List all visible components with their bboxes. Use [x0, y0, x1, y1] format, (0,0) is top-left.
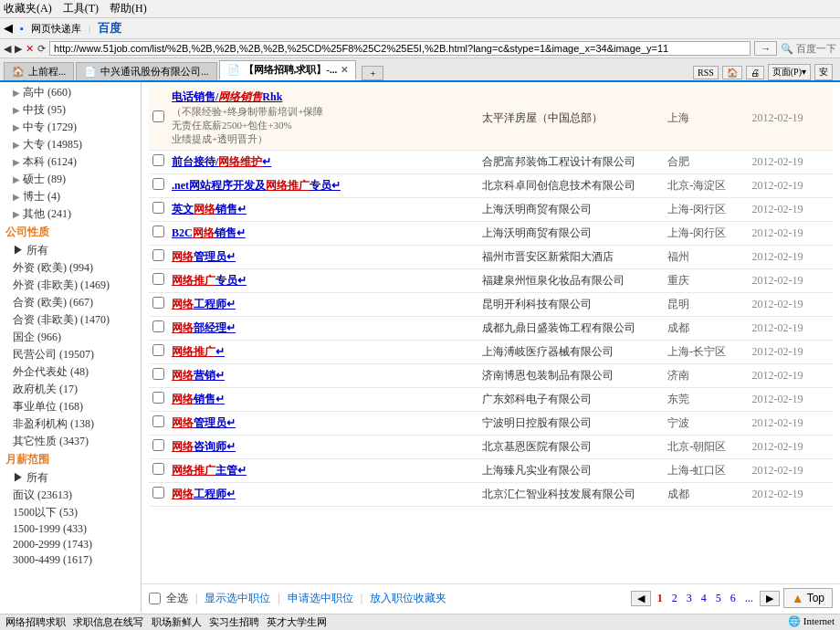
sidebar-item-highschool[interactable]: ▶ 高中 (660) — [0, 84, 141, 101]
job-checkbox-14[interactable] — [152, 463, 164, 475]
job-title-link-7[interactable]: 网络工程师↵ — [172, 298, 236, 310]
tab-jobs[interactable]: 📄 【网络招聘,求职】-... ✕ — [219, 60, 357, 80]
page-number-more[interactable]: ... — [742, 592, 756, 605]
apply-selected-link[interactable]: 申请选中职位 — [288, 591, 353, 606]
safety-menu[interactable]: 安 — [814, 64, 833, 80]
job-title-link-13[interactable]: 网络咨询师↵ — [172, 440, 236, 453]
job-title-link-3[interactable]: 英文网络销售↵ — [172, 203, 247, 215]
job-title-link-2[interactable]: .net网站程序开发及网络推广专员↵ — [172, 179, 341, 192]
job-checkbox-11[interactable] — [152, 392, 164, 404]
job-title-link-12[interactable]: 网络管理员↵ — [172, 416, 236, 429]
top-button[interactable]: ▲ Top — [783, 588, 833, 608]
page-number-3[interactable]: 3 — [684, 592, 695, 605]
job-title-link-5[interactable]: 网络管理员↵ — [172, 250, 236, 263]
sidebar-item-boshi[interactable]: ▶ 博士 (4) — [0, 188, 141, 205]
page-menu[interactable]: 页面(P)▾ — [768, 64, 811, 80]
tab-zhongxing[interactable]: 📄 中兴通讯股份有限公司... — [76, 62, 216, 80]
job-title-link-1[interactable]: 前台接待/网络维护↵ — [172, 155, 271, 168]
sidebar-salary-all[interactable]: ▶ 所有 — [0, 469, 141, 487]
sidebar-gov[interactable]: 政府机关 (17) — [0, 381, 141, 398]
sidebar-foreign-us[interactable]: 外资 (欧美) (994) — [0, 259, 141, 277]
job-title-7: 网络工程师↵ — [168, 293, 478, 317]
select-all-checkbox[interactable] — [149, 593, 161, 604]
job-checkbox-9[interactable] — [152, 344, 164, 356]
menu-item-help[interactable]: 帮助(H) — [110, 1, 147, 16]
new-tab-btn[interactable]: + — [362, 66, 383, 80]
sidebar-public[interactable]: 事业单位 (168) — [0, 398, 141, 415]
sidebar-item-dazhuan[interactable]: ▶ 大专 (14985) — [0, 136, 141, 153]
status-left: 网络招聘求职 求职信息在线写 职场新鲜人 实习生招聘 英才大学生网 — [5, 615, 327, 629]
sidebar-private[interactable]: 民营公司 (19507) — [0, 346, 141, 363]
job-checkbox-6[interactable] — [152, 273, 164, 285]
menu-item-favorites[interactable]: 收藏夹(A) — [4, 1, 52, 16]
job-title-link-ad[interactable]: 电话销售/网络销售Rhk — [172, 90, 282, 103]
page-number-2[interactable]: 2 — [669, 592, 680, 605]
job-checkbox-ad[interactable] — [152, 110, 164, 122]
job-checkbox-1[interactable] — [152, 154, 164, 166]
prev-page-btn[interactable]: ◀ — [631, 591, 651, 606]
job-checkbox-4[interactable] — [152, 226, 164, 237]
sidebar-salary-1500-1999[interactable]: 1500-1999 (433) — [0, 521, 141, 537]
nav-stop-btn[interactable]: ✕ — [26, 43, 34, 55]
nav-forward-btn[interactable]: ▶ — [15, 43, 22, 55]
url-input[interactable] — [49, 41, 751, 56]
job-title-link-15[interactable]: 网络工程师↵ — [172, 488, 236, 500]
page-number-5[interactable]: 5 — [713, 592, 724, 605]
select-all-label: 全选 — [166, 591, 188, 606]
tab-home[interactable]: 🏠 上前程... — [4, 62, 74, 80]
job-checkbox-10[interactable] — [152, 368, 164, 380]
sidebar-foreign-other[interactable]: 外资 (非欧美) (1469) — [0, 277, 141, 294]
job-checkbox-12[interactable] — [152, 415, 164, 427]
sidebar-salary-1500[interactable]: 1500以下 (53) — [0, 504, 141, 521]
job-title-link-9[interactable]: 网络推广↵ — [172, 345, 225, 358]
nav-back-btn[interactable]: ◀ — [4, 43, 11, 55]
job-checkbox-13[interactable] — [152, 439, 164, 451]
toolbar-baidu[interactable]: 百度 — [98, 20, 121, 37]
sidebar-jv-us[interactable]: 合资 (欧美) (667) — [0, 294, 141, 311]
tab-jobs-close[interactable]: ✕ — [341, 65, 348, 75]
job-title-14: 网络推广主管↵ — [168, 459, 478, 483]
sidebar-item-benke[interactable]: ▶ 本科 (6124) — [0, 153, 141, 171]
sidebar-salary-3000-4499[interactable]: 3000-4499 (1617) — [0, 552, 141, 568]
print-icon[interactable]: 🖨 — [746, 66, 764, 79]
page-number-1[interactable]: 1 — [655, 592, 666, 605]
add-favorite-link[interactable]: 放入职位收藏夹 — [370, 591, 446, 606]
display-selected-link[interactable]: 显示选中职位 — [205, 591, 270, 606]
sidebar-item-other-edu[interactable]: ▶ 其他 (241) — [0, 205, 141, 223]
job-title-link-4[interactable]: B2C网络销售↵ — [172, 226, 246, 239]
job-title-link-11[interactable]: 网络销售↵ — [172, 393, 225, 405]
nav-refresh-btn[interactable]: ⟳ — [37, 43, 46, 55]
job-checkbox-5[interactable] — [152, 249, 164, 261]
home-icon[interactable]: 🏠 — [722, 66, 742, 79]
toolbar-separator: | — [89, 23, 90, 34]
job-checkbox-2[interactable] — [152, 178, 164, 190]
sidebar-nonprofit[interactable]: 非盈利机构 (138) — [0, 415, 141, 433]
sidebar-item-zhongzhuan[interactable]: ▶ 中专 (1729) — [0, 119, 141, 136]
go-btn[interactable]: → — [754, 41, 777, 56]
sidebar-rep[interactable]: 外企代表处 (48) — [0, 363, 141, 381]
job-checkbox-8[interactable] — [152, 320, 164, 332]
rss-icon[interactable]: RSS — [693, 66, 719, 79]
page-number-4[interactable]: 4 — [698, 592, 709, 605]
job-title-link-14[interactable]: 网络推广主管↵ — [172, 464, 247, 477]
toolbar-back[interactable]: ◀ — [4, 21, 13, 36]
sidebar-state[interactable]: 国企 (966) — [0, 329, 141, 346]
job-checkbox-3[interactable] — [152, 202, 164, 214]
job-title-link-6[interactable]: 网络推广专员↵ — [172, 274, 247, 287]
menu-item-tools[interactable]: 工具(T) — [63, 1, 99, 16]
page-number-6[interactable]: 6 — [728, 592, 739, 605]
sidebar-salary-2000-2999[interactable]: 2000-2999 (1743) — [0, 537, 141, 552]
job-date-4: 2012-02-19 — [749, 222, 833, 246]
sidebar-jv-other[interactable]: 合资 (非欧美) (1470) — [0, 311, 141, 329]
sidebar-item-zhongji[interactable]: ▶ 中技 (95) — [0, 101, 141, 119]
sidebar-salary-negotiable[interactable]: 面议 (23613) — [0, 487, 141, 504]
job-date-3: 2012-02-19 — [749, 198, 833, 222]
next-page-btn[interactable]: ▶ — [760, 591, 780, 606]
job-title-link-8[interactable]: 网络部经理↵ — [172, 321, 236, 334]
job-checkbox-15[interactable] — [152, 487, 164, 499]
job-title-link-10[interactable]: 网络营销↵ — [172, 369, 225, 382]
sidebar-item-shuoshi[interactable]: ▶ 硕士 (89) — [0, 171, 141, 188]
sidebar-company-all[interactable]: ▶ 所有 — [0, 242, 141, 259]
job-checkbox-7[interactable] — [152, 297, 164, 309]
sidebar-other-type[interactable]: 其它性质 (3437) — [0, 433, 141, 450]
